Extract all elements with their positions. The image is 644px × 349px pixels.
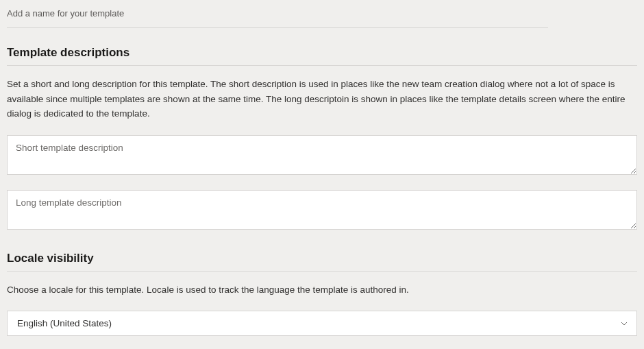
locale-visibility-heading: Locale visibility [7,252,637,272]
long-description-textarea[interactable] [7,190,637,230]
template-name-input[interactable] [7,8,548,19]
template-name-field-wrapper [7,7,548,28]
locale-visibility-body: Choose a locale for this template. Local… [7,282,637,298]
template-descriptions-body: Set a short and long description for thi… [7,77,637,121]
locale-select[interactable]: English (United States) [7,311,637,336]
locale-section: Locale visibility Choose a locale for th… [7,252,637,337]
template-descriptions-heading: Template descriptions [7,46,637,66]
locale-select-value: English (United States) [8,311,636,335]
short-description-textarea[interactable] [7,135,637,175]
